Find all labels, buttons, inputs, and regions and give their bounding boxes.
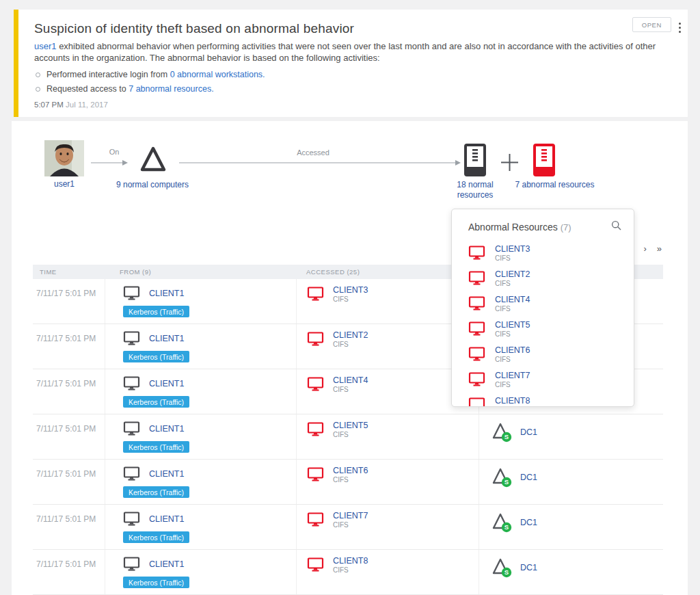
domain-controller-icon: S — [492, 467, 513, 488]
from-cell: CLIENT1 Kerberos (Traffic) — [105, 505, 296, 549]
popup-resource-list: CLIENT3 CIFS CLIENT2 CIFS CLIENT4 CIFS — [452, 240, 634, 407]
bullet-icon — [36, 72, 40, 77]
resource-link[interactable]: CLIENT8 — [495, 396, 530, 406]
accessed-resource-link[interactable]: CLIENT6 — [333, 466, 368, 475]
normal-computers-icon[interactable] — [139, 146, 167, 173]
dc-link[interactable]: DC1 — [520, 518, 537, 527]
list-item[interactable]: CLIENT3 CIFS — [452, 240, 634, 265]
accessed-resource-link[interactable]: CLIENT5 — [333, 421, 368, 430]
protocol-badge: Kerberos (Traffic) — [123, 486, 189, 498]
protocol-badge: Kerberos (Traffic) — [123, 441, 189, 453]
list-item: Performed interactive login from 0 abnor… — [36, 70, 265, 79]
alert-detail-card: user1 On 9 normal computers Accessed 18 … — [12, 121, 688, 595]
resource-protocol-label: CIFS — [333, 476, 368, 484]
abnormal-computer-icon — [468, 321, 485, 336]
plus-icon — [500, 153, 519, 172]
accessed-resource-link[interactable]: CLIENT2 — [333, 330, 368, 340]
accessed-resource-link[interactable]: CLIENT4 — [333, 375, 368, 385]
abnormal-computer-icon — [468, 246, 485, 261]
column-header-from[interactable]: FROM (9) — [105, 268, 296, 276]
abnormal-resources-icon[interactable] — [533, 144, 555, 176]
to-cell: S DC1 — [479, 505, 663, 549]
search-icon[interactable] — [611, 220, 621, 230]
resource-link[interactable]: CLIENT6 — [495, 345, 530, 355]
dc-link[interactable]: DC1 — [520, 563, 537, 572]
abnormal-computer-icon — [468, 271, 485, 286]
list-item[interactable]: CLIENT4 CIFS — [452, 291, 634, 316]
user-entity-link[interactable]: user1 — [44, 179, 84, 189]
on-label: On — [97, 148, 131, 156]
to-cell: S DC1 — [479, 414, 663, 459]
next-page-icon[interactable]: › — [643, 246, 646, 252]
resource-protocol-label: CIFS — [495, 254, 530, 262]
alert-description: user1 exhibited abnormal behavior when p… — [34, 41, 658, 64]
resource-link[interactable]: CLIENT4 — [495, 295, 530, 304]
accessed-cell: CLIENT8 CIFS — [296, 550, 479, 594]
normal-resources-link[interactable]: 18 normal resources — [444, 180, 507, 200]
list-item[interactable]: CLIENT7 CIFS — [452, 367, 634, 392]
popup-title: Abnormal Resources — [468, 222, 558, 233]
from-cell: CLIENT1 Kerberos (Traffic) — [105, 369, 296, 414]
accessed-resource-link[interactable]: CLIENT7 — [333, 511, 368, 520]
resource-link[interactable]: CLIENT7 — [495, 371, 530, 380]
column-header-time[interactable]: TIME — [33, 268, 105, 276]
time-cell: 7/11/17 5:01 PM — [33, 279, 105, 323]
domain-controller-icon: S — [492, 422, 513, 442]
svg-text:S: S — [504, 478, 509, 486]
resource-protocol-label: CIFS — [495, 280, 530, 287]
svg-text:S: S — [504, 523, 509, 531]
table-row: 7/11/17 5:01 PM CLIENT1 Kerberos (Traffi… — [33, 414, 663, 460]
accessed-cell: CLIENT7 CIFS — [296, 505, 479, 549]
avatar[interactable] — [44, 140, 84, 176]
accessed-label: Accessed — [279, 148, 347, 157]
source-computer-link[interactable]: CLIENT1 — [149, 424, 184, 434]
source-computer-link[interactable]: CLIENT1 — [149, 559, 184, 569]
source-computer-link[interactable]: CLIENT1 — [149, 469, 184, 479]
resource-link[interactable]: CLIENT2 — [495, 269, 530, 279]
abnormal-computer-icon — [468, 397, 485, 408]
abnormal-computer-icon — [468, 347, 485, 362]
accessed-resource-link[interactable]: CLIENT3 — [333, 285, 368, 295]
last-page-icon[interactable]: » — [657, 246, 662, 252]
workstation-icon — [123, 466, 140, 481]
alert-description-text: exhibited abnormal behavior when perform… — [34, 41, 656, 63]
svg-text:S: S — [504, 568, 509, 576]
accessed-resource-link[interactable]: CLIENT8 — [333, 556, 368, 566]
kebab-menu-icon[interactable] — [677, 21, 683, 35]
source-computer-link[interactable]: CLIENT1 — [149, 379, 184, 388]
dc-link[interactable]: DC1 — [520, 427, 537, 437]
user-link[interactable]: user1 — [34, 41, 57, 51]
list-item: Requested access to 7 abnormal resources… — [36, 84, 265, 94]
accessed-arrow — [179, 159, 462, 167]
activity-bullet-list: Performed interactive login from 0 abnor… — [36, 70, 265, 98]
abnormal-computer-icon — [468, 372, 485, 387]
list-item[interactable]: CLIENT5 CIFS — [452, 316, 634, 341]
list-item[interactable]: CLIENT6 CIFS — [452, 341, 634, 367]
open-status-button[interactable]: OPEN — [632, 17, 671, 32]
time-cell: 7/11/17 5:01 PM — [33, 550, 105, 594]
resource-protocol-label: CIFS — [333, 295, 368, 303]
abnormal-workstations-link[interactable]: 0 abnormal workstations. — [170, 70, 265, 79]
workstation-icon — [123, 286, 140, 301]
abnormal-resources-link[interactable]: 7 abnormal resources. — [129, 84, 213, 94]
list-item[interactable]: CLIENT8 CIFS — [452, 392, 634, 407]
source-computer-link[interactable]: CLIENT1 — [149, 289, 184, 298]
resource-protocol-label: CIFS — [495, 406, 530, 408]
domain-controller-icon: S — [492, 557, 513, 578]
table-row: 7/11/17 5:01 PM CLIENT1 Kerberos (Traffi… — [33, 505, 663, 550]
resource-protocol-label: CIFS — [333, 341, 368, 348]
abnormal-resources-diagram-link[interactable]: 7 abnormal resources — [513, 180, 597, 190]
normal-computers-link[interactable]: 9 normal computers — [116, 180, 189, 190]
dc-link[interactable]: DC1 — [520, 473, 537, 482]
resource-link[interactable]: CLIENT5 — [495, 320, 530, 330]
from-cell: CLIENT1 Kerberos (Traffic) — [105, 279, 296, 323]
source-computer-link[interactable]: CLIENT1 — [149, 334, 184, 343]
resource-protocol-label: CIFS — [333, 386, 368, 393]
resource-link[interactable]: CLIENT3 — [495, 244, 530, 254]
from-cell: CLIENT1 Kerberos (Traffic) — [105, 324, 296, 369]
normal-resources-icon[interactable] — [464, 144, 486, 176]
abnormal-computer-icon — [307, 377, 324, 392]
source-computer-link[interactable]: CLIENT1 — [149, 514, 184, 524]
from-cell: CLIENT1 Kerberos (Traffic) — [105, 550, 296, 594]
list-item[interactable]: CLIENT2 CIFS — [452, 265, 634, 291]
